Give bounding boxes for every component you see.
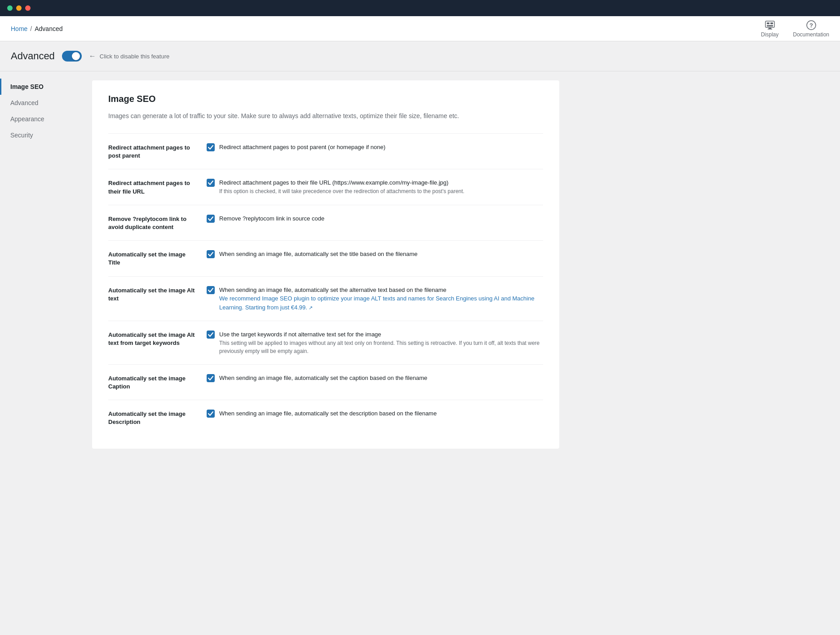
setting-row-redirect-post-parent: Redirect attachment pages to post parent…	[108, 133, 543, 169]
page-header: Advanced ← Click to disable this feature	[0, 41, 840, 71]
setting-text-replytocom: Remove ?replytocom link in source code	[219, 214, 324, 223]
breadcrumb: Home / Advanced	[11, 25, 63, 32]
setting-row-image-description: Automatically set the image Description …	[108, 400, 543, 435]
documentation-action[interactable]: ? Documentation	[793, 20, 829, 38]
display-icon	[765, 20, 775, 31]
sidebar-item-image-seo[interactable]: Image SEO	[0, 79, 83, 95]
setting-label-image-title: Automatically set the image Title	[108, 250, 196, 267]
setting-control-row-2: Redirect attachment pages to their file …	[207, 178, 543, 195]
setting-label-image-caption: Automatically set the image Caption	[108, 374, 196, 391]
setting-control-row-8: When sending an image file, automaticall…	[207, 409, 543, 418]
setting-text-redirect-post-parent: Redirect attachment pages to post parent…	[219, 143, 385, 152]
setting-control-redirect-file-url: Redirect attachment pages to their file …	[207, 178, 543, 195]
setting-label-redirect-post-parent: Redirect attachment pages to post parent	[108, 143, 196, 160]
setting-control-row: Redirect attachment pages to post parent…	[207, 143, 543, 152]
page-title: Advanced	[11, 50, 55, 62]
dot-yellow	[16, 5, 22, 11]
setting-text-alt-from-keywords: Use the target keywords if not alternati…	[219, 331, 381, 338]
setting-control-image-title: When sending an image file, automaticall…	[207, 250, 543, 259]
setting-hint-redirect-file-url: If this option is checked, it will take …	[219, 188, 464, 194]
image-seo-plugin-link[interactable]: We recommend Image SEO plugin to optimiz…	[219, 295, 535, 311]
setting-hint-alt-from-keywords: This setting will be applied to images w…	[219, 340, 539, 354]
setting-control-image-description: When sending an image file, automaticall…	[207, 409, 543, 418]
setting-label-image-description: Automatically set the image Description	[108, 409, 196, 426]
setting-control-row-7: When sending an image file, automaticall…	[207, 374, 543, 383]
header-actions: Display ? Documentation	[761, 20, 829, 38]
svg-text:?: ?	[809, 22, 813, 29]
setting-text-image-alt: When sending an image file, automaticall…	[219, 287, 447, 293]
breadcrumb-current: Advanced	[35, 25, 62, 32]
dot-green	[7, 5, 13, 11]
svg-rect-5	[768, 29, 772, 30]
setting-control-image-alt: When sending an image file, automaticall…	[207, 286, 543, 312]
checkbox-image-title[interactable]	[207, 250, 215, 258]
setting-control-row-3: Remove ?replytocom link in source code	[207, 214, 543, 223]
setting-row-image-title: Automatically set the image Title When s…	[108, 240, 543, 276]
content-card: Image SEO Images can generate a lot of t…	[92, 80, 559, 449]
feature-toggle[interactable]	[62, 51, 82, 62]
setting-label-replytocom: Remove ?replytocom link to avoid duplica…	[108, 214, 196, 231]
breadcrumb-home-link[interactable]: Home	[11, 25, 27, 32]
setting-text-image-caption: When sending an image file, automaticall…	[219, 374, 427, 383]
display-label: Display	[761, 31, 778, 38]
breadcrumb-separator: /	[30, 25, 32, 32]
setting-control-alt-from-keywords: Use the target keywords if not alternati…	[207, 330, 543, 355]
setting-label-image-alt: Automatically set the image Alt text	[108, 286, 196, 303]
setting-control-row-6: Use the target keywords if not alternati…	[207, 330, 543, 355]
setting-label-redirect-file-url: Redirect attachment pages to their file …	[108, 178, 196, 195]
sidebar: Image SEO Advanced Appearance Security	[0, 71, 83, 635]
setting-text-image-title: When sending an image file, automaticall…	[219, 250, 418, 259]
setting-row-redirect-file-url: Redirect attachment pages to their file …	[108, 169, 543, 204]
checkbox-image-caption[interactable]	[207, 374, 215, 382]
setting-control-image-caption: When sending an image file, automaticall…	[207, 374, 543, 383]
checkbox-replytocom[interactable]	[207, 215, 215, 223]
checkbox-redirect-post-parent[interactable]	[207, 143, 215, 151]
svg-rect-2	[770, 22, 773, 24]
documentation-icon: ?	[806, 20, 817, 31]
setting-row-image-alt: Automatically set the image Alt text Whe…	[108, 276, 543, 321]
setting-text-redirect-file-url: Redirect attachment pages to their file …	[219, 179, 448, 186]
checkbox-redirect-file-url[interactable]	[207, 179, 215, 187]
toggle-hint: ← Click to disable this feature	[89, 52, 169, 60]
svg-rect-3	[767, 25, 773, 26]
sidebar-item-appearance[interactable]: Appearance	[0, 111, 83, 127]
setting-label-alt-from-keywords: Automatically set the image Alt text fro…	[108, 330, 196, 347]
checkbox-image-description[interactable]	[207, 410, 215, 418]
setting-control-row-4: When sending an image file, automaticall…	[207, 250, 543, 259]
setting-control-replytocom: Remove ?replytocom link in source code	[207, 214, 543, 223]
checkbox-alt-from-keywords[interactable]	[207, 331, 215, 339]
setting-row-replytocom: Remove ?replytocom link to avoid duplica…	[108, 205, 543, 240]
toggle-hint-arrow: ←	[89, 52, 96, 60]
external-link-icon: ↗	[309, 305, 313, 310]
setting-control-redirect-post-parent: Redirect attachment pages to post parent…	[207, 143, 543, 152]
setting-control-row-5: When sending an image file, automaticall…	[207, 286, 543, 312]
setting-row-image-caption: Automatically set the image Caption When…	[108, 364, 543, 400]
sidebar-item-security[interactable]: Security	[0, 127, 83, 143]
content-description: Images can generate a lot of traffic to …	[108, 111, 543, 121]
documentation-label: Documentation	[793, 31, 829, 38]
toggle-hint-text: Click to disable this feature	[100, 53, 169, 60]
header: Home / Advanced Display ?	[0, 16, 840, 41]
sidebar-item-advanced[interactable]: Advanced	[0, 95, 83, 111]
svg-rect-1	[767, 22, 769, 24]
content-title: Image SEO	[108, 94, 543, 104]
display-action[interactable]: Display	[761, 20, 778, 38]
main-layout: Image SEO Advanced Appearance Security I…	[0, 71, 840, 635]
checkbox-image-alt[interactable]	[207, 286, 215, 294]
svg-rect-4	[769, 28, 771, 29]
dot-red	[25, 5, 31, 11]
titlebar	[0, 0, 840, 16]
setting-text-image-description: When sending an image file, automaticall…	[219, 409, 437, 418]
content: Image SEO Images can generate a lot of t…	[83, 71, 840, 635]
setting-row-alt-from-keywords: Automatically set the image Alt text fro…	[108, 321, 543, 364]
